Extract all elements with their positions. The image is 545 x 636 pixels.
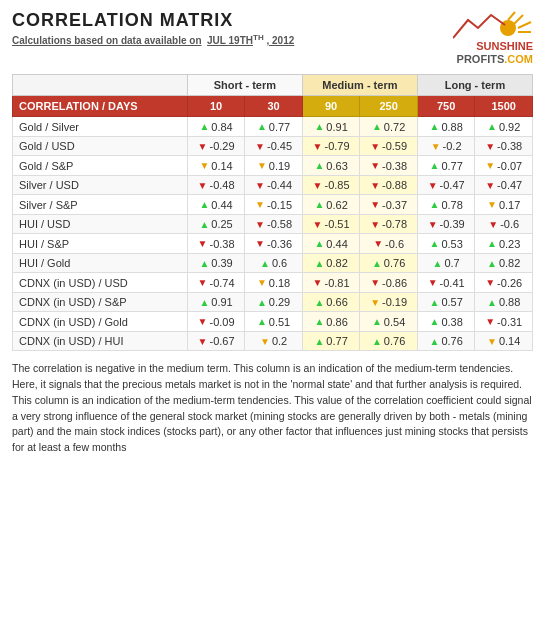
value-text: 0.76 — [384, 257, 405, 269]
cell-value: ▼-0.74 — [198, 277, 235, 289]
cell-value: ▼-0.29 — [198, 140, 235, 152]
row-label: HUI / Gold — [13, 253, 188, 273]
value-text: 0.14 — [499, 335, 520, 347]
cell-value: ▼0.14 — [487, 335, 520, 347]
value-text: 0.38 — [441, 316, 462, 328]
up-arrow: ▲ — [199, 121, 209, 132]
up-arrow: ▲ — [314, 297, 324, 308]
data-cell: ▲0.23 — [475, 234, 533, 254]
cell-value: ▼-0.58 — [255, 218, 292, 230]
value-text: 0.51 — [269, 316, 290, 328]
cell-value: ▼-0.51 — [313, 218, 350, 230]
value-text: 0.72 — [384, 121, 405, 133]
data-cell: ▼-0.59 — [360, 136, 418, 156]
neutral-arrow: ▼ — [487, 336, 497, 347]
data-cell: ▲0.7 — [417, 253, 475, 273]
neutral-arrow: ▼ — [199, 160, 209, 171]
row-label: Silver / S&P — [13, 195, 188, 215]
group-short-term: Short - term — [187, 75, 302, 96]
cell-value: ▼-0.79 — [313, 140, 350, 152]
value-text: 0.62 — [326, 199, 347, 211]
value-text: -0.36 — [267, 238, 292, 250]
data-cell: ▲0.38 — [417, 312, 475, 332]
cell-value: ▼-0.85 — [313, 179, 350, 191]
value-text: -0.85 — [325, 179, 350, 191]
cell-value: ▲0.53 — [429, 238, 462, 250]
row-label: HUI / S&P — [13, 234, 188, 254]
down-arrow: ▼ — [198, 336, 208, 347]
table-row: Gold / USD▼-0.29▼-0.45▼-0.79▼-0.59▼-0.2▼… — [13, 136, 533, 156]
data-cell: ▼-0.6 — [475, 214, 533, 234]
neutral-arrow: ▼ — [255, 199, 265, 210]
row-label: CDNX (in USD) / Gold — [13, 312, 188, 332]
down-arrow: ▼ — [198, 277, 208, 288]
table-row: CDNX (in USD) / USD▼-0.74▼0.18▼-0.81▼-0.… — [13, 273, 533, 293]
value-text: 0.14 — [211, 160, 232, 172]
data-cell: ▼-0.07 — [475, 156, 533, 176]
value-text: -0.74 — [209, 277, 234, 289]
cell-value: ▲0.25 — [199, 218, 232, 230]
cell-value: ▼-0.6 — [488, 218, 519, 230]
value-text: 0.84 — [211, 121, 232, 133]
cell-value: ▲0.72 — [372, 121, 405, 133]
down-arrow: ▼ — [370, 141, 380, 152]
cell-value: ▼-0.19 — [370, 296, 407, 308]
value-text: 0.57 — [441, 296, 462, 308]
data-cell: ▼-0.6 — [360, 234, 418, 254]
cell-value: ▲0.78 — [429, 199, 462, 211]
cell-value: ▼-0.47 — [428, 179, 465, 191]
down-arrow: ▼ — [255, 238, 265, 249]
value-text: -0.44 — [267, 179, 292, 191]
up-arrow: ▲ — [433, 258, 443, 269]
data-cell: ▲0.54 — [360, 312, 418, 332]
up-arrow: ▲ — [314, 316, 324, 327]
up-arrow: ▲ — [487, 297, 497, 308]
cell-value: ▼0.14 — [199, 160, 232, 172]
value-text: -0.39 — [440, 218, 465, 230]
up-arrow: ▲ — [429, 297, 439, 308]
value-text: -0.6 — [385, 238, 404, 250]
value-text: 0.82 — [499, 257, 520, 269]
down-arrow: ▼ — [370, 180, 380, 191]
up-arrow: ▲ — [314, 160, 324, 171]
group-header-row: Short - term Medium - term Long - term — [13, 75, 533, 96]
table-row: HUI / USD▲0.25▼-0.58▼-0.51▼-0.78▼-0.39▼-… — [13, 214, 533, 234]
down-arrow: ▼ — [428, 277, 438, 288]
table-row: HUI / Gold▲0.39▲0.6▲0.82▲0.76▲0.7▲0.82 — [13, 253, 533, 273]
down-arrow: ▼ — [313, 180, 323, 191]
data-cell: ▼-0.37 — [360, 195, 418, 215]
data-cell: ▲0.25 — [187, 214, 245, 234]
data-cell: ▼-0.36 — [245, 234, 303, 254]
cell-value: ▲0.76 — [372, 335, 405, 347]
cell-value: ▲0.77 — [314, 335, 347, 347]
cell-value: ▼-0.81 — [313, 277, 350, 289]
cell-value: ▼-0.86 — [370, 277, 407, 289]
data-cell: ▼-0.45 — [245, 136, 303, 156]
data-cell: ▼-0.2 — [417, 136, 475, 156]
down-arrow: ▼ — [313, 141, 323, 152]
table-row: CDNX (in USD) / Gold▼-0.09▲0.51▲0.86▲0.5… — [13, 312, 533, 332]
value-text: -0.07 — [497, 160, 522, 172]
up-arrow: ▲ — [429, 160, 439, 171]
footer-text: The correlation is negative in the mediu… — [12, 361, 533, 456]
up-arrow: ▲ — [487, 258, 497, 269]
cell-value: ▲0.88 — [487, 296, 520, 308]
data-cell: ▲0.53 — [417, 234, 475, 254]
value-text: -0.37 — [382, 199, 407, 211]
data-cell: ▼-0.88 — [360, 175, 418, 195]
down-arrow: ▼ — [313, 219, 323, 230]
data-cell: ▲0.72 — [360, 117, 418, 137]
data-cell: ▼0.18 — [245, 273, 303, 293]
data-cell: ▼-0.38 — [475, 136, 533, 156]
cell-value: ▼-0.36 — [255, 238, 292, 250]
value-text: -0.09 — [209, 316, 234, 328]
up-arrow: ▲ — [257, 316, 267, 327]
down-arrow: ▼ — [370, 199, 380, 210]
value-text: 0.44 — [326, 238, 347, 250]
data-cell: ▼-0.79 — [302, 136, 360, 156]
cell-value: ▼0.19 — [257, 160, 290, 172]
value-text: 0.19 — [269, 160, 290, 172]
data-cell: ▲0.44 — [187, 195, 245, 215]
data-cell: ▼-0.86 — [360, 273, 418, 293]
cell-value: ▲0.82 — [314, 257, 347, 269]
